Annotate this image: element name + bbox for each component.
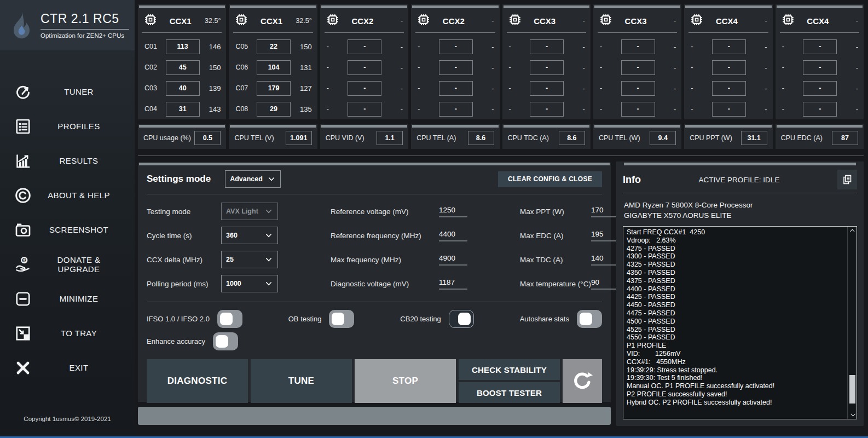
sidebar-item-screenshot[interactable]: SCREENSHOT — [0, 212, 135, 247]
core-value-input[interactable]: - — [348, 102, 381, 117]
sidebar-item-exit[interactable]: EXIT — [0, 350, 135, 385]
core-value-input[interactable]: - — [803, 102, 837, 117]
sidebar-item-donate[interactable]: $ DONATE & UPGRADE — [0, 247, 135, 281]
core-value-input[interactable]: - — [348, 39, 381, 54]
setting-value-input[interactable]: 140 — [591, 254, 620, 266]
core-value-input[interactable]: - — [712, 102, 746, 117]
toggle-switch[interactable] — [217, 310, 242, 328]
setting-value-input[interactable]: 4900 — [439, 254, 467, 266]
ccx-panel: CCX4 - - - - - - — [684, 4, 772, 119]
core-value-input[interactable]: - — [712, 81, 746, 96]
core-value-input[interactable]: - — [439, 60, 473, 75]
core-frequency: - — [479, 64, 494, 72]
core-frequency: 131 — [297, 64, 312, 72]
sidebar-item-to-tray[interactable]: TO TRAY — [0, 316, 135, 350]
core-value-input[interactable]: - — [621, 102, 655, 117]
active-profile-label: ACTIVE PROFILE: IDLE — [641, 176, 837, 184]
ccx-temperature: 32.5° — [202, 17, 221, 25]
core-value-input[interactable]: - — [348, 60, 381, 75]
core-value-input[interactable]: - — [803, 60, 837, 75]
settings-mode-select[interactable]: Advanced — [225, 170, 281, 188]
log-scrollbar[interactable] — [847, 227, 857, 419]
core-value-input[interactable]: 29 — [257, 102, 291, 117]
core-value-input[interactable]: - — [803, 81, 837, 96]
tune-button[interactable]: TUNE — [251, 359, 352, 403]
setting-select[interactable]: 360 — [221, 227, 278, 244]
core-value-input[interactable]: 31 — [166, 102, 200, 117]
setting-select-value: 25 — [226, 256, 234, 263]
core-frequency: - — [661, 43, 676, 51]
core-value-input[interactable]: - — [439, 81, 473, 96]
core-value-input[interactable]: 113 — [166, 39, 200, 54]
core-value-input[interactable]: - — [439, 102, 473, 117]
sidebar-item-minimize[interactable]: MINIMIZE — [0, 281, 135, 316]
core-frequency: - — [661, 105, 676, 113]
core-frequency: - — [843, 43, 858, 51]
profiles-list-icon — [13, 116, 37, 137]
core-row: C03 40 139 — [144, 78, 221, 99]
core-value-input[interactable]: - — [439, 39, 473, 54]
core-value-input[interactable]: 104 — [257, 60, 291, 75]
setting-value-input[interactable]: 170 — [591, 206, 620, 217]
toggle-switch[interactable] — [329, 310, 354, 328]
check-stability-button[interactable]: CHECK STABILITY — [459, 359, 560, 380]
core-value-input[interactable]: 179 — [257, 81, 291, 96]
core-value-input[interactable]: - — [530, 39, 564, 54]
core-value-input[interactable]: - — [530, 102, 564, 117]
toggle-switch[interactable] — [213, 332, 238, 350]
core-frequency: - — [661, 64, 676, 72]
scroll-down-icon[interactable] — [848, 410, 857, 419]
core-value-input[interactable]: - — [621, 81, 655, 96]
boost-tester-button[interactable]: BOOST TESTER — [459, 382, 560, 403]
core-value-input[interactable]: 45 — [166, 60, 200, 75]
diagnostic-button[interactable]: DIAGNOSTIC — [147, 359, 248, 403]
core-value-input[interactable]: 40 — [166, 81, 200, 96]
setting-value-input[interactable]: 4400 — [439, 230, 467, 241]
svg-text:$: $ — [23, 257, 26, 263]
scrollbar-thumb[interactable] — [849, 375, 855, 404]
toggle-switch[interactable] — [449, 310, 474, 328]
setting-row: Max temperature (°C) 90 — [520, 274, 620, 293]
toggle-switch[interactable] — [577, 310, 602, 328]
setting-select[interactable]: AVX Light — [221, 203, 278, 220]
sidebar-item-profiles[interactable]: PROFILES — [0, 109, 135, 143]
ccx-header: CCX2 - — [411, 8, 499, 32]
core-label: - — [691, 84, 706, 92]
sidebar-item-tuner[interactable]: TUNER — [0, 74, 135, 109]
setting-row: Testing mode AVX Light — [147, 202, 278, 221]
core-value-input[interactable]: - — [803, 39, 837, 54]
setting-value-input[interactable]: 1187 — [439, 278, 467, 290]
info-panel: Info ACTIVE PROFILE: IDLE AMD Ryzen 7 58… — [616, 162, 864, 426]
cpu-chip-icon — [415, 11, 432, 30]
core-value-input[interactable]: - — [348, 81, 381, 96]
core-value-input[interactable]: - — [621, 39, 655, 54]
core-value-input[interactable]: - — [712, 39, 746, 54]
setting-select[interactable]: 1000 — [221, 275, 278, 292]
setting-value-input[interactable]: 1250 — [439, 206, 467, 217]
core-value-input[interactable]: - — [621, 60, 655, 75]
core-row: C06 104 131 — [235, 57, 311, 78]
scroll-up-icon[interactable] — [848, 227, 857, 235]
ccx-panel: CCX4 - - - - - - — [776, 4, 864, 119]
setting-value-input[interactable]: 90 — [591, 278, 620, 290]
stop-button[interactable]: STOP — [355, 359, 456, 403]
setting-select[interactable]: 25 — [221, 251, 278, 268]
clear-config-close-button[interactable]: CLEAR CONFIG & CLOSE — [498, 171, 602, 187]
core-value-input[interactable]: - — [530, 60, 564, 75]
ccx-header: CCX4 - — [684, 8, 772, 32]
refresh-button[interactable] — [563, 359, 602, 403]
ccx-header: CCX1 32.5° — [138, 8, 226, 32]
setting-select-value: AVX Light — [226, 208, 258, 215]
core-label: - — [327, 105, 342, 113]
cpu-stat-label: CPU EDC (A) — [781, 134, 823, 142]
setting-value-input[interactable]: 195 — [591, 230, 620, 241]
sidebar-item-about[interactable]: ABOUT & HELP — [0, 178, 135, 212]
settings-mid-column: Reference voltage (mV) 1250 Reference fr… — [331, 202, 467, 293]
core-row: C08 29 135 — [235, 99, 311, 119]
camera-icon — [13, 219, 37, 241]
core-value-input[interactable]: - — [530, 81, 564, 96]
core-value-input[interactable]: 22 — [257, 39, 291, 54]
sidebar-item-results[interactable]: RESULTS — [0, 143, 135, 178]
copy-log-button[interactable] — [837, 170, 857, 189]
core-value-input[interactable]: - — [712, 60, 746, 75]
